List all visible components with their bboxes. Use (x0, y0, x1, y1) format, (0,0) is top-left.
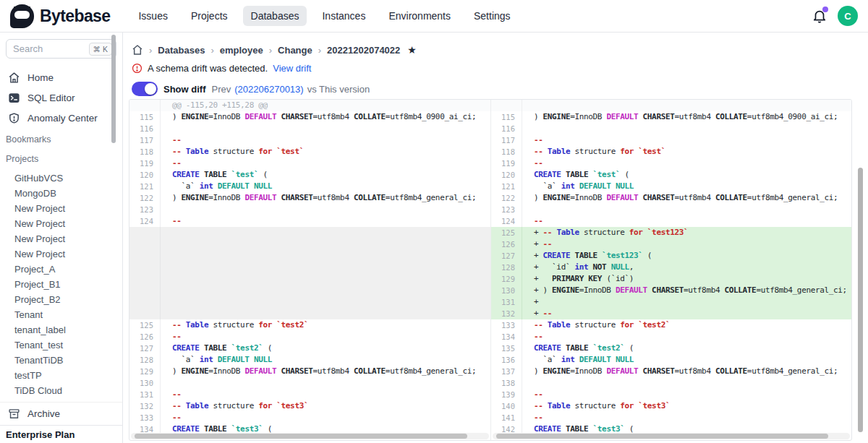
search-input[interactable]: Search ⌘ K (6, 39, 116, 59)
diff-row (129, 296, 490, 308)
diff-row: 129) ENGINE=InnoDB DEFAULT CHARSET=utf8m… (129, 366, 490, 377)
sidebar-project-tenant-test[interactable]: Tenant_test (0, 337, 122, 353)
sidebar-project-githubvcs[interactable]: GitHubVCS (0, 171, 122, 186)
nav-item-settings[interactable]: Settings (466, 6, 519, 26)
sidebar-project-new-project[interactable]: New Project (0, 231, 122, 246)
diff-row (129, 250, 490, 262)
diff-pane-current[interactable]: 115) ENGINE=InnoDB DEFAULT CHARSET=utf8m… (490, 100, 851, 440)
prev-version-link[interactable]: (202206270013) (234, 84, 303, 95)
diff-row: 135CREATE TABLE `test2` ( (491, 343, 851, 354)
sidebar-item-home[interactable]: Home (0, 67, 122, 87)
diff-row: 128+ `id` int NOT NULL, (491, 262, 851, 273)
search-shortcut-badge: ⌘ K (89, 43, 112, 56)
section-projects: Projects (0, 154, 122, 167)
nav-item-projects[interactable]: Projects (183, 6, 236, 26)
diff-row: 122) ENGINE=InnoDB DEFAULT CHARSET=utf8m… (129, 192, 490, 204)
breadcrumb-employee[interactable]: employee (220, 45, 263, 56)
brand-title[interactable]: Bytebase (40, 7, 110, 26)
show-diff-toggle[interactable] (132, 82, 158, 96)
bytebase-logo-icon[interactable] (10, 4, 34, 28)
sidebar-item-label: Home (27, 72, 54, 83)
diff-row: 136 `a` int DEFAULT NULL (491, 354, 851, 366)
diff-row: 132-- Table structure for `test3` (129, 400, 490, 412)
diff-row: 131-- (129, 389, 490, 400)
schema-drift-alert: A schema drift was detected. View drift (132, 62, 868, 74)
home-breadcrumb-icon[interactable] (132, 44, 143, 56)
sidebar-scrollbar[interactable] (111, 35, 116, 143)
diff-row (491, 100, 851, 111)
diff-row: 140-- Table structure for `test3` (491, 400, 851, 412)
diff-row: 137) ENGINE=InnoDB DEFAULT CHARSET=utf8m… (491, 366, 851, 377)
sidebar-project-new-project[interactable]: New Project (0, 246, 122, 262)
diff-row: 118-- Table structure for `test` (129, 146, 490, 158)
diff-row: 141-- (491, 412, 851, 423)
sidebar-project-testtp[interactable]: testTP (0, 368, 122, 383)
alert-text: A schema drift was detected. (148, 63, 268, 74)
sidebar-project-tenant-label[interactable]: tenant_label (0, 322, 122, 337)
sidebar-project-tenant[interactable]: Tenant (0, 307, 122, 322)
diff-row: 117-- (129, 134, 490, 146)
breadcrumb-change[interactable]: Change (278, 45, 312, 56)
nav-item-environments[interactable]: Environments (380, 6, 459, 26)
diff-viewer: @@ -115,20 +115,28 @@115) ENGINE=InnoDB … (129, 99, 852, 441)
horizontal-scrollbar-track (493, 433, 850, 439)
horizontal-scrollbar[interactable] (135, 434, 467, 439)
vs-label: vs This version (307, 84, 370, 95)
sidebar-project-new-project[interactable]: New Project (0, 201, 122, 216)
notifications-button[interactable] (812, 8, 827, 24)
vertical-scrollbar[interactable] (858, 168, 863, 432)
diff-toggle-row: Show diff Prev (202206270013) vs This ve… (132, 82, 868, 96)
diff-row: 130 (129, 377, 490, 389)
avatar[interactable]: C (838, 6, 858, 26)
diff-row: 131+ (491, 296, 851, 308)
diff-row: 125+ -- Table structure for `test123` (491, 227, 851, 238)
horizontal-scrollbar[interactable] (496, 434, 828, 439)
diff-row: 127CREATE TABLE `test2` ( (129, 343, 490, 354)
sql-editor-icon (8, 92, 20, 104)
sidebar-project-new-project[interactable]: New Project (0, 216, 122, 231)
diff-row: 130+ ) ENGINE=InnoDB DEFAULT CHARSET=utf… (491, 285, 851, 296)
sidebar-item-anomaly-center[interactable]: Anomaly Center (0, 108, 122, 128)
diff-row: 129+ PRIMARY KEY (`id`) (491, 273, 851, 285)
sidebar-project-project-b2[interactable]: Project_B2 (0, 292, 122, 307)
archive-label: Archive (27, 408, 60, 419)
view-drift-link[interactable]: View drift (273, 63, 311, 74)
section-bookmarks: Bookmarks (0, 134, 122, 147)
top-navbar: Bytebase IssuesProjectsDatabasesInstance… (0, 0, 868, 33)
sidebar-project-project-a[interactable]: Project_A (0, 262, 122, 277)
sidebar-project-tenanttidb[interactable]: TenantTiDB (0, 353, 122, 368)
diff-row: 119-- (129, 158, 490, 169)
diff-row: 120CREATE TABLE `test` ( (129, 169, 490, 181)
plan-badge: Enterprise Plan (0, 425, 122, 443)
breadcrumb-version[interactable]: 20221202074022 (327, 45, 400, 56)
nav-item-databases[interactable]: Databases (243, 6, 307, 26)
diff-row: 126+ -- (491, 238, 851, 250)
nav-item-instances[interactable]: Instances (314, 6, 373, 26)
project-list: GitHubVCSMongoDBNew ProjectNew ProjectNe… (0, 171, 122, 398)
diff-pane-previous[interactable]: @@ -115,20 +115,28 @@115) ENGINE=InnoDB … (129, 100, 490, 440)
toggle-label: Show diff (163, 84, 206, 95)
sidebar-item-label: Anomaly Center (27, 113, 98, 124)
diff-row: 116 (129, 123, 490, 134)
favorite-star-icon[interactable]: ★ (407, 44, 417, 56)
horizontal-scrollbar-track (131, 433, 489, 439)
diff-row: 125-- Table structure for `test2` (129, 319, 490, 331)
diff-row: 115) ENGINE=InnoDB DEFAULT CHARSET=utf8m… (491, 111, 851, 123)
sidebar-project-project-b1[interactable]: Project_B1 (0, 277, 122, 292)
notification-dot (822, 7, 828, 12)
diff-row: 134-- (491, 331, 851, 343)
sidebar-project-mongodb[interactable]: MongoDB (0, 186, 122, 201)
sidebar-item-archive[interactable]: Archive (0, 402, 122, 425)
diff-row (129, 285, 490, 296)
sidebar-item-sql-editor[interactable]: SQL Editor (0, 87, 122, 108)
sidebar-project-tidb-cloud[interactable]: TiDB Cloud (0, 383, 122, 398)
diff-row (129, 308, 490, 319)
diff-row (129, 227, 490, 238)
diff-row: 138 (491, 377, 851, 389)
diff-row (129, 262, 490, 273)
breadcrumb-databases[interactable]: Databases (158, 45, 205, 56)
breadcrumb-separator: › (318, 45, 321, 56)
alert-circle-icon (132, 63, 142, 74)
diff-row: 123 (129, 204, 490, 215)
nav-item-issues[interactable]: Issues (130, 6, 175, 26)
